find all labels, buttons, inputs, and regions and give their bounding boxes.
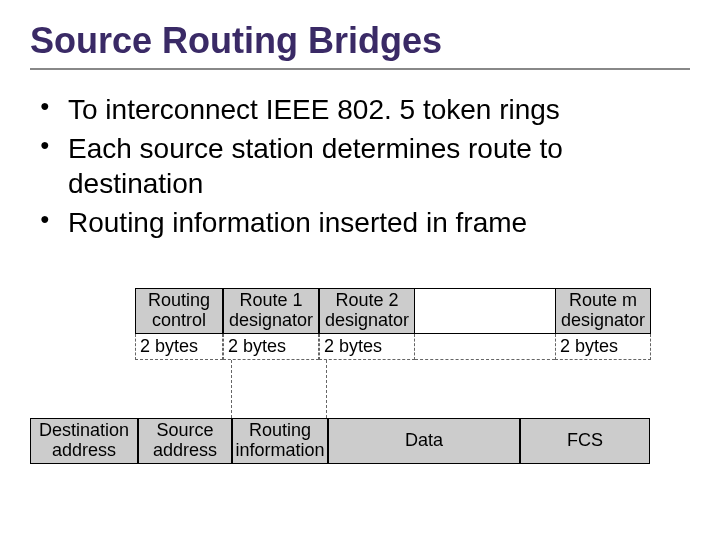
source-address-cell: Source address xyxy=(138,418,232,464)
route-designator-cell: Route 2 designator xyxy=(319,288,415,334)
size-gap xyxy=(415,334,555,360)
frame-row: Destination address Source address Routi… xyxy=(30,418,650,464)
size-label: 2 bytes xyxy=(555,334,651,360)
bullet-item: Routing information inserted in frame xyxy=(40,205,690,240)
connector-line xyxy=(231,360,232,418)
size-label: 2 bytes xyxy=(223,334,319,360)
size-label: 2 bytes xyxy=(135,334,223,360)
route-gap xyxy=(415,288,555,334)
bullet-item: Each source station determines route to … xyxy=(40,131,690,201)
destination-address-cell: Destination address xyxy=(30,418,138,464)
slide-title: Source Routing Bridges xyxy=(30,20,690,62)
connector-line xyxy=(326,360,327,418)
bullet-list: To interconnect IEEE 802. 5 token rings … xyxy=(30,92,690,240)
routing-control-cell: Routing control xyxy=(135,288,223,334)
size-label: 2 bytes xyxy=(319,334,415,360)
route-designator-cell: Route m designator xyxy=(555,288,651,334)
size-row: 2 bytes 2 bytes 2 bytes 2 bytes xyxy=(135,334,651,360)
route-designator-cell: Route 1 designator xyxy=(223,288,319,334)
routing-info-row: Routing control Route 1 designator Route… xyxy=(135,288,651,334)
data-cell: Data xyxy=(328,418,520,464)
routing-information-cell: Routing information xyxy=(232,418,328,464)
slide: Source Routing Bridges To interconnect I… xyxy=(0,0,720,540)
fcs-cell: FCS xyxy=(520,418,650,464)
title-underline xyxy=(30,68,690,70)
bullet-item: To interconnect IEEE 802. 5 token rings xyxy=(40,92,690,127)
